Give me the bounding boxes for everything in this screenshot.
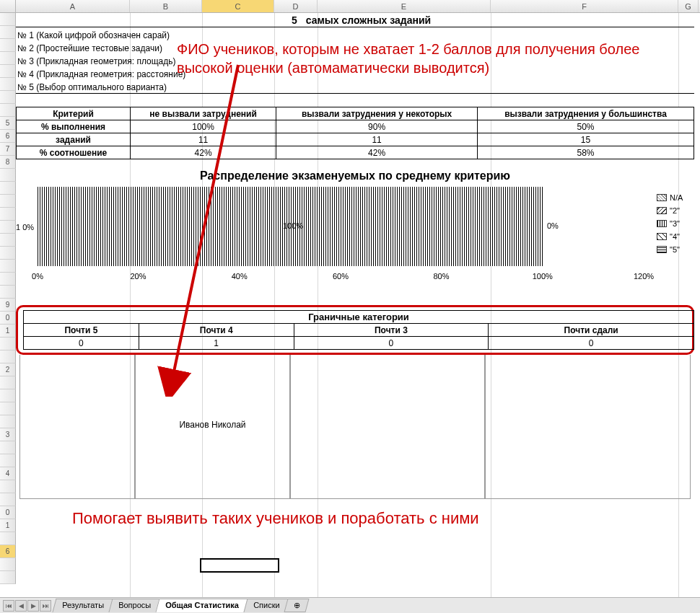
row-num[interactable]: 1 xyxy=(0,519,16,532)
tab-results[interactable]: Результаты xyxy=(52,599,113,612)
task-item: № 5 (Выбор оптимального варианта) xyxy=(16,81,694,94)
col-header-C[interactable]: C xyxy=(202,0,274,12)
row-num[interactable]: 6 xyxy=(0,545,16,558)
annotation-top: ФИО учеников, которым не хватает 1-2 бал… xyxy=(177,40,682,77)
row-num[interactable] xyxy=(0,221,16,234)
student-cell: Иванов Николай xyxy=(135,355,290,499)
boundary-value: 0 xyxy=(24,337,139,350)
row-num[interactable]: 4 xyxy=(0,467,16,480)
sheet-tabs-bar: ⏮ ◀ ▶ ⏭ Результаты Вопросы Общая Статист… xyxy=(0,597,700,613)
criteria-value: 42% xyxy=(276,146,478,159)
row-num[interactable] xyxy=(0,91,16,104)
row-num[interactable] xyxy=(0,532,16,545)
y-axis-label: 1 0% xyxy=(16,223,34,231)
student-cell xyxy=(19,355,135,499)
criteria-value: 42% xyxy=(131,146,276,159)
row-num[interactable]: 8 xyxy=(0,156,16,169)
criteria-header: вызвали затруднения у большинства xyxy=(478,107,694,120)
row-num[interactable] xyxy=(0,182,16,195)
row-num[interactable] xyxy=(0,234,16,247)
select-all-corner[interactable] xyxy=(0,0,16,12)
tab-last-icon[interactable]: ⏭ xyxy=(40,600,51,612)
tab-add-icon[interactable]: ⊕ xyxy=(284,599,310,612)
row-num[interactable] xyxy=(0,338,16,350)
chart-title: Распределение экзаменуемых по среднему к… xyxy=(16,169,694,182)
row-num[interactable] xyxy=(0,441,16,454)
row-num[interactable]: 6 xyxy=(0,130,16,143)
criteria-header: Критерий xyxy=(17,107,131,120)
boundary-table: Граничные категории Почти 5 Почти 4 Почт… xyxy=(23,310,694,350)
row-num[interactable]: 1 xyxy=(0,325,16,338)
title-text: самых сложных заданий xyxy=(306,14,432,26)
tab-nav: ⏮ ◀ ▶ ⏭ xyxy=(0,600,54,612)
row-num[interactable] xyxy=(0,260,16,273)
row-num[interactable] xyxy=(0,376,16,389)
row-num[interactable] xyxy=(0,273,16,286)
active-cell-cursor[interactable] xyxy=(200,558,279,573)
criteria-label: % соотношение xyxy=(17,146,131,159)
col-header-B[interactable]: B xyxy=(130,0,202,12)
tab-lists[interactable]: Списки xyxy=(243,599,289,612)
bar-data-label: 100% xyxy=(283,221,303,230)
tab-next-icon[interactable]: ▶ xyxy=(27,600,39,612)
students-row: Иванов Николай xyxy=(19,355,691,499)
boundary-header: Почти сдали xyxy=(489,324,694,337)
boundary-value: 0 xyxy=(489,337,694,350)
col-header-G[interactable]: G xyxy=(678,0,699,12)
row-num[interactable] xyxy=(0,571,16,584)
student-cell xyxy=(485,355,691,499)
tab-first-icon[interactable]: ⏮ xyxy=(3,600,14,612)
tab-prev-icon[interactable]: ◀ xyxy=(15,600,27,612)
row-numbers: 5 6 7 8 9 0 1 2 3 4 0 1 6 xyxy=(0,13,16,584)
row-num[interactable] xyxy=(0,493,16,506)
row-num[interactable] xyxy=(0,247,16,260)
sheet-content[interactable]: 5 самых сложных заданий № 1 (Какой цифро… xyxy=(16,13,694,499)
col-header-F[interactable]: F xyxy=(491,0,678,12)
col-header-D[interactable]: D xyxy=(274,0,318,12)
row-num[interactable]: 7 xyxy=(0,143,16,156)
row-num[interactable] xyxy=(0,169,16,182)
row-num[interactable] xyxy=(0,350,16,363)
row-num[interactable] xyxy=(0,480,16,493)
row-num[interactable] xyxy=(0,13,16,26)
boundary-value: 0 xyxy=(294,337,489,350)
row-num[interactable] xyxy=(0,208,16,221)
row-num[interactable] xyxy=(0,65,16,78)
criteria-value: 50% xyxy=(478,120,694,133)
criteria-value: 100% xyxy=(131,120,276,133)
boundary-header: Почти 3 xyxy=(294,324,489,337)
tab-questions[interactable]: Вопросы xyxy=(108,599,160,612)
col-header-E[interactable]: E xyxy=(318,0,491,12)
tab-statistics[interactable]: Общая Статистика xyxy=(155,599,248,612)
boundary-header: Почти 4 xyxy=(139,324,294,337)
row-num[interactable] xyxy=(0,454,16,467)
row-num[interactable] xyxy=(0,389,16,402)
criteria-value: 11 xyxy=(131,133,276,146)
row-num[interactable] xyxy=(0,402,16,415)
boundary-header: Почти 5 xyxy=(24,324,139,337)
row-num[interactable] xyxy=(0,78,16,91)
row-num[interactable]: 0 xyxy=(0,312,16,325)
row-num[interactable]: 5 xyxy=(0,117,16,130)
row-num[interactable]: 0 xyxy=(0,506,16,519)
row-num[interactable] xyxy=(0,52,16,65)
row-num[interactable] xyxy=(0,104,16,117)
row-num[interactable] xyxy=(0,195,16,208)
row-num[interactable]: 9 xyxy=(0,299,16,312)
col-header-A[interactable]: A xyxy=(16,0,130,12)
criteria-value: 11 xyxy=(276,133,478,146)
boundary-title: Граничные категории xyxy=(24,311,694,324)
criteria-value: 90% xyxy=(276,120,478,133)
row-num[interactable] xyxy=(0,286,16,299)
row-num[interactable] xyxy=(0,26,16,39)
row-num[interactable] xyxy=(0,415,16,428)
row-num[interactable] xyxy=(0,558,16,571)
student-cell xyxy=(290,355,485,499)
row-num[interactable] xyxy=(0,39,16,52)
boundary-value: 1 xyxy=(139,337,294,350)
annotation-bottom: Помогает выявить таких учеников и порабо… xyxy=(72,508,664,529)
row-num[interactable]: 3 xyxy=(0,428,16,441)
row-num[interactable]: 2 xyxy=(0,363,16,376)
sheet-tabs: Результаты Вопросы Общая Статистика Спис… xyxy=(54,599,307,612)
criteria-table: Критерий не вызвали затруднений вызвали … xyxy=(16,107,694,159)
